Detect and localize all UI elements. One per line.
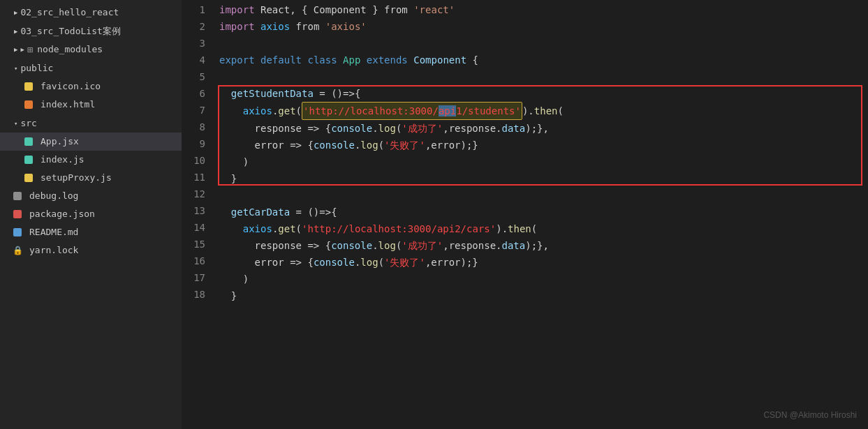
sidebar-item-label: index.js <box>41 152 84 167</box>
sidebar-item-label: 03_src_TodoList案例 <box>20 24 120 39</box>
code-content[interactable]: import React, { Component } from 'react'… <box>216 0 868 429</box>
code-line-9: error => {console.log('失败了',error);} <box>219 137 868 153</box>
sidebar-item-label: setupProxy.js <box>41 170 112 186</box>
code-line-11: } <box>219 170 868 187</box>
code-line-7: axios.get('http://localhost:3000/api1/st… <box>219 102 868 120</box>
code-line-6: getStudentData = ()=>{ <box>219 85 868 102</box>
sidebar-item-02-hello[interactable]: 02_src_hello_react <box>0 3 182 22</box>
sidebar-item-setup-proxy[interactable]: setupProxy.js <box>0 169 182 187</box>
sidebar-item-index-html[interactable]: index.html <box>0 96 182 114</box>
code-line-14: axios.get('http://localhost:3000/api2/ca… <box>219 220 868 237</box>
sidebar-item-yarn-lock[interactable]: 🔒 yarn.lock <box>0 241 182 259</box>
code-line-17: ) <box>219 271 868 287</box>
sidebar-item-app-jsx[interactable]: App.jsx <box>0 133 182 151</box>
sidebar-item-public[interactable]: public <box>0 59 182 77</box>
sidebar-item-index-js[interactable]: index.js <box>0 151 182 169</box>
sidebar-item-label: README.md <box>29 225 78 240</box>
sidebar-item-label: yarn.lock <box>29 243 78 258</box>
sidebar-item-label: 02_src_hello_react <box>20 5 119 20</box>
keyword-import: import <box>219 1 255 18</box>
sidebar-item-label: public <box>20 61 53 76</box>
sidebar-item-label: App.jsx <box>41 134 79 149</box>
folder-closed-icon: ▶ <box>14 42 24 57</box>
file-js-icon <box>25 154 36 165</box>
file-json-icon <box>14 209 25 220</box>
file-log-icon <box>14 190 25 202</box>
code-line-4: export default class App extends Compone… <box>219 52 868 68</box>
watermark: CSDN @Akimoto Hiroshi <box>763 407 857 423</box>
file-js-yellow-icon <box>25 172 36 183</box>
sidebar-item-debug-log[interactable]: debug.log <box>0 187 182 205</box>
folder-closed-icon <box>14 23 20 39</box>
folder-open-icon <box>14 115 20 131</box>
file-icon <box>25 99 36 110</box>
file-explorer: 02_src_hello_react 03_src_TodoList案例 ▶ ⊞… <box>0 0 182 429</box>
sidebar-item-readme[interactable]: README.md <box>0 223 182 241</box>
code-editor: 1 2 3 4 5 6 7 8 9 10 11 12 13 14 15 16 1… <box>182 0 868 429</box>
code-line-16: error => {console.log('失败了',error);} <box>219 254 868 271</box>
file-jsx-icon <box>25 136 36 147</box>
code-line-12 <box>219 187 868 204</box>
file-icon <box>25 81 36 92</box>
sidebar-item-label: src <box>20 116 36 131</box>
code-line-18: } <box>219 287 868 304</box>
keyword-import: import <box>219 18 255 35</box>
folder-closed-icon <box>14 4 20 20</box>
node-modules-icon: ⊞ <box>27 42 33 57</box>
code-line-15: response => {console.log('成功了',response.… <box>219 237 868 254</box>
sidebar-item-label: debug.log <box>29 188 78 204</box>
line-numbers: 1 2 3 4 5 6 7 8 9 10 11 12 13 14 15 16 1… <box>182 0 216 429</box>
file-lock-icon: 🔒 <box>14 245 25 256</box>
code-line-10: ) <box>219 153 868 170</box>
code-line-13: getCarData = ()=>{ <box>219 204 868 220</box>
sidebar-item-src[interactable]: src <box>0 114 182 133</box>
sidebar-item-03-todo[interactable]: 03_src_TodoList案例 <box>0 22 182 40</box>
sidebar-item-node-modules[interactable]: ▶ ⊞ node_modules <box>0 40 182 59</box>
sidebar-item-label: index.html <box>41 97 95 112</box>
code-area: 1 2 3 4 5 6 7 8 9 10 11 12 13 14 15 16 1… <box>182 0 868 429</box>
code-line-8: response => {console.log('成功了',response.… <box>219 120 868 137</box>
sidebar-item-label: package.json <box>29 206 95 222</box>
code-line-3 <box>219 35 868 52</box>
folder-open-icon <box>14 60 20 76</box>
sidebar-item-label: favicon.ico <box>41 79 101 94</box>
file-md-icon <box>14 227 25 238</box>
sidebar-item-label: node_modules <box>37 42 103 57</box>
code-line-1: import React, { Component } from 'react' <box>219 1 868 18</box>
sidebar-item-favicon[interactable]: favicon.ico <box>0 77 182 96</box>
code-line-2: import axios from 'axios' <box>219 18 868 35</box>
code-line-5 <box>219 68 868 85</box>
sidebar-item-package-json[interactable]: package.json <box>0 205 182 223</box>
